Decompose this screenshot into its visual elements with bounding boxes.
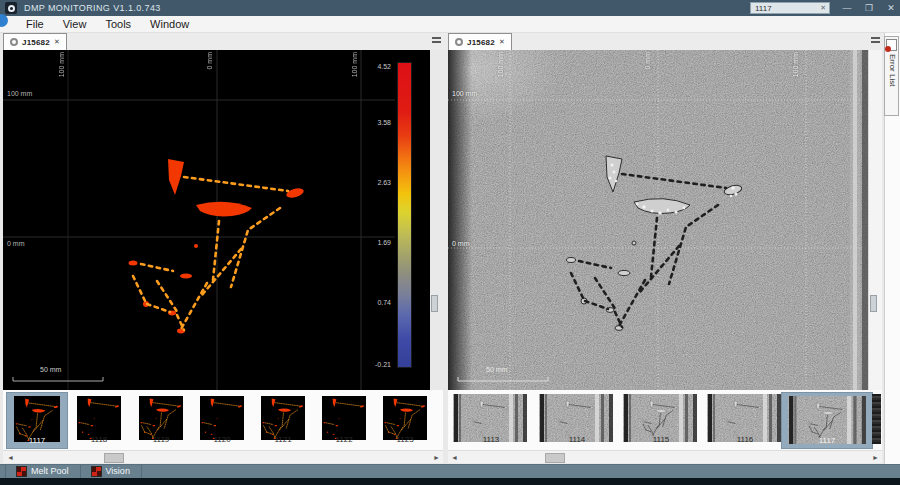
vision-plot [448, 50, 868, 390]
app-logo-icon [5, 2, 17, 14]
melt-pool-icon [17, 467, 26, 476]
axis-label: 0 mm [206, 52, 213, 70]
menu-bar: File View Tools Window [0, 16, 900, 33]
thumbnail-1118[interactable]: 1118 [76, 394, 122, 447]
tab-close-icon[interactable]: ✕ [499, 38, 505, 46]
scrollbar-thumb[interactable] [104, 453, 124, 463]
thumbnail-1117[interactable]: 1117 [6, 392, 68, 449]
dock-menu-icon[interactable] [871, 37, 880, 44]
thumbnail-1120[interactable]: 1120 [199, 394, 245, 447]
axis-label: 0 mm [644, 52, 651, 70]
statusbar-tab-melt-pool[interactable]: Melt Pool [5, 465, 81, 478]
axis-label: 100 mm [58, 52, 65, 77]
thumbnail-1121[interactable]: 1121 [260, 394, 306, 447]
colorbar-tick: 3.58 [377, 119, 391, 126]
minimize-button[interactable]: — [836, 0, 858, 16]
menu-tools[interactable]: Tools [105, 18, 131, 30]
document-icon [10, 38, 18, 46]
axis-label: 100 mm [497, 52, 504, 77]
tab-vision-document[interactable]: J15682 ✕ [448, 33, 512, 50]
thumbnail-1114[interactable]: 1114 [539, 394, 615, 447]
title-search-box[interactable]: ✕ [750, 2, 830, 14]
colorbar-tick: 0.74 [377, 299, 391, 306]
app-window: DMP MONITORING V1.1.0.743 ✕ — ❐ ✕ File V… [0, 0, 900, 485]
dock-menu-icon[interactable] [432, 37, 441, 44]
colorbar-tick: 4.52 [377, 63, 391, 70]
scrollbar-thumb[interactable] [545, 453, 565, 463]
colorbar [397, 62, 412, 368]
scroll-right-icon[interactable]: ► [433, 454, 440, 461]
error-list-icon [886, 39, 897, 51]
thumbnail-partial[interactable] [872, 394, 881, 444]
thumbnail-1119[interactable]: 1119 [138, 394, 184, 447]
colorbar-labels: 4.52 3.58 2.63 1.69 0.74 -0.21 [358, 62, 394, 368]
statusbar-tab-vision[interactable]: Vision [81, 465, 142, 478]
menu-view[interactable]: View [63, 18, 87, 30]
menu-window[interactable]: Window [150, 18, 189, 30]
thumbnail-1116[interactable]: 1116 [707, 394, 783, 447]
tab-meltpool-document[interactable]: J15682 ✕ [3, 33, 67, 50]
scale-label: 50 mm [486, 366, 507, 373]
thumbnail-1122[interactable]: 1122 [321, 394, 367, 447]
thumbnail-1117-vision[interactable]: 1117 [781, 392, 873, 449]
scale-label: 50 mm [40, 366, 61, 373]
vision-canvas[interactable] [448, 50, 868, 390]
scroll-left-icon[interactable]: ◄ [451, 454, 458, 461]
vision-icon [92, 467, 101, 476]
melt-pool-scrollbar[interactable]: ◄ ► [3, 450, 443, 463]
thumbnail-1115[interactable]: 1115 [623, 394, 699, 447]
search-input[interactable] [751, 4, 817, 13]
axis-label: 100 mm [792, 52, 799, 77]
window-bottom-edge [0, 478, 900, 485]
colorbar-tick: -0.21 [375, 361, 391, 368]
splitter-grip[interactable] [431, 295, 438, 312]
thumbnail-1123[interactable]: 1123 [382, 394, 428, 447]
menu-file[interactable]: File [26, 18, 44, 30]
axis-label: 100 mm [7, 90, 32, 97]
tab-error-list[interactable]: Error List [884, 36, 899, 116]
clear-search-icon[interactable]: ✕ [817, 4, 829, 12]
status-bar: Melt Pool Vision [0, 464, 900, 478]
window-title: DMP MONITORING V1.1.0.743 [24, 3, 161, 13]
axis-label: 100 mm [452, 90, 477, 97]
close-button[interactable]: ✕ [880, 0, 900, 16]
axis-label: 100 mm [351, 52, 358, 77]
colorbar-tick: 1.69 [377, 239, 391, 246]
colorbar-tick: 2.63 [377, 179, 391, 186]
title-bar: DMP MONITORING V1.1.0.743 ✕ — ❐ ✕ [0, 0, 900, 16]
tab-close-icon[interactable]: ✕ [54, 38, 60, 46]
document-icon [455, 38, 463, 46]
thumbnail-1113[interactable]: 1113 [453, 394, 529, 447]
axis-label: 0 mm [7, 240, 25, 247]
splitter-grip[interactable] [870, 295, 877, 312]
scroll-right-icon[interactable]: ► [872, 454, 879, 461]
vision-scrollbar[interactable]: ◄ ► [448, 450, 882, 463]
scale-bracket [13, 377, 103, 381]
scroll-left-icon[interactable]: ◄ [7, 454, 14, 461]
axis-label: 0 mm [452, 240, 470, 247]
restore-button[interactable]: ❐ [858, 0, 880, 16]
